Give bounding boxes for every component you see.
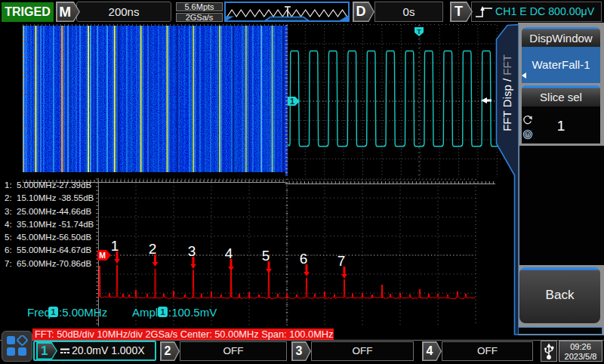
svg-text:M: M xyxy=(99,251,106,260)
svg-text:4: 4 xyxy=(225,245,233,261)
svg-text:T: T xyxy=(417,28,421,35)
svg-text:5: 5 xyxy=(262,248,270,264)
svg-text:1: 1 xyxy=(111,238,119,254)
svg-text:3: 3 xyxy=(188,243,196,259)
svg-text:1: 1 xyxy=(290,97,294,106)
svg-text:2: 2 xyxy=(149,241,157,257)
svg-text:6: 6 xyxy=(300,251,308,267)
svg-text:7: 7 xyxy=(337,253,346,269)
